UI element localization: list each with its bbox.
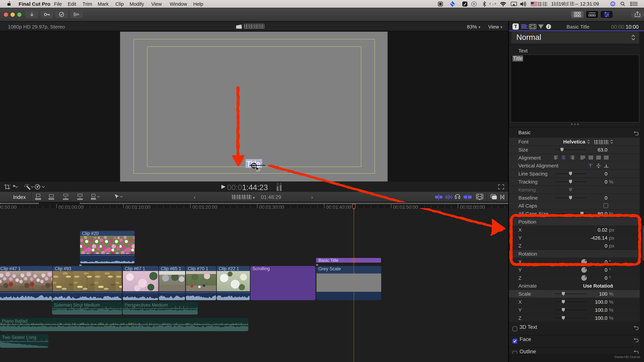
svg-text:i: i <box>548 24 549 29</box>
